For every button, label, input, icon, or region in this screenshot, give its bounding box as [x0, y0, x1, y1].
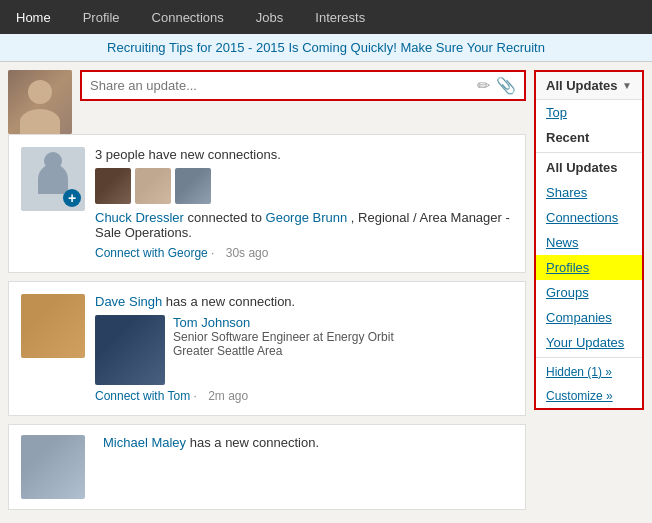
- dropdown-arrow-icon: ▼: [622, 80, 632, 91]
- share-box: ✏ 📎: [80, 70, 526, 101]
- dropdown-header-label: All Updates: [546, 78, 618, 93]
- dave-name-link[interactable]: Dave Singh: [95, 294, 162, 309]
- feed-item-dave: Dave Singh has a new connection. Tom Joh…: [8, 281, 526, 416]
- michael-name-link[interactable]: Michael Maley: [103, 435, 186, 450]
- dave-time: 2m ago: [208, 389, 248, 403]
- dropdown-connections[interactable]: Connections: [536, 205, 642, 230]
- conn-avatar-1[interactable]: [95, 168, 131, 204]
- dropdown-news[interactable]: News: [536, 230, 642, 255]
- banner: Recruiting Tips for 2015 - 2015 Is Comin…: [0, 34, 652, 62]
- connector-text: connected to: [187, 210, 265, 225]
- chuck-update: Chuck Dressler connected to George Brunn…: [95, 210, 513, 240]
- dropdown-header[interactable]: All Updates ▼: [536, 72, 642, 100]
- conn-avatar-2[interactable]: [135, 168, 171, 204]
- user-avatar: [8, 70, 72, 134]
- dropdown-your-updates[interactable]: Your Updates: [536, 330, 642, 355]
- dropdown-all-updates-label: All Updates: [536, 155, 642, 180]
- dropdown-recent: Recent: [536, 125, 642, 150]
- share-section: ✏ 📎: [8, 70, 526, 134]
- main-content: ✏ 📎 + 3 people have new connections.: [0, 62, 652, 523]
- feed: ✏ 📎 + 3 people have new connections.: [8, 70, 526, 518]
- feed-item-connections: + 3 people have new connections. Chuck D…: [8, 134, 526, 273]
- dropdown-companies[interactable]: Companies: [536, 305, 642, 330]
- tom-info: Tom Johnson Senior Software Engineer at …: [173, 315, 394, 385]
- plus-icon: +: [63, 189, 81, 207]
- connections-content: 3 people have new connections. Chuck Dre…: [95, 147, 513, 260]
- dave-header: Dave Singh has a new connection. Tom Joh…: [21, 294, 513, 403]
- share-input[interactable]: [90, 78, 477, 93]
- connect-tom-link[interactable]: Connect with Tom: [95, 389, 190, 403]
- dave-avatar: [21, 294, 85, 358]
- michael-header: Michael Maley has a new connection.: [21, 435, 513, 499]
- ghost-avatar: +: [21, 147, 85, 211]
- dave-dot: ·: [194, 389, 201, 403]
- nav-connections[interactable]: Connections: [136, 0, 240, 34]
- nav-profile[interactable]: Profile: [67, 0, 136, 34]
- tom-location: Greater Seattle Area: [173, 344, 394, 358]
- dropdown-profiles[interactable]: Profiles: [536, 255, 642, 280]
- ghost-icon: [38, 164, 68, 194]
- nav-jobs[interactable]: Jobs: [240, 0, 299, 34]
- pencil-icon[interactable]: ✏: [477, 76, 490, 95]
- connections-avatars: [95, 168, 513, 204]
- chuck-name-link[interactable]: Chuck Dressler: [95, 210, 184, 225]
- clip-icon[interactable]: 📎: [496, 76, 516, 95]
- michael-avatar: [21, 435, 85, 499]
- divider-2: [536, 357, 642, 358]
- chuck-time: 30s ago: [226, 246, 269, 260]
- dropdown-customize[interactable]: Customize »: [536, 384, 642, 408]
- divider-1: [536, 152, 642, 153]
- conn-avatar-3[interactable]: [175, 168, 211, 204]
- dropdown-groups[interactable]: Groups: [536, 280, 642, 305]
- tom-avatar: [95, 315, 165, 385]
- connections-text: 3 people have new connections.: [95, 147, 513, 162]
- michael-status: Michael Maley has a new connection.: [103, 435, 513, 450]
- banner-link[interactable]: Recruiting Tips for 2015 - 2015 Is Comin…: [107, 40, 545, 55]
- dropdown-hidden[interactable]: Hidden (1) »: [536, 360, 642, 384]
- tom-name-link[interactable]: Tom Johnson: [173, 315, 394, 330]
- chuck-meta: Connect with George · 30s ago: [95, 246, 513, 260]
- dropdown-top[interactable]: Top: [536, 100, 642, 125]
- dot-separator: ·: [211, 246, 218, 260]
- dropdown-shares[interactable]: Shares: [536, 180, 642, 205]
- dave-status-label: has a new connection.: [166, 294, 295, 309]
- george-name-link[interactable]: George Brunn: [266, 210, 348, 225]
- tom-title: Senior Software Engineer at Energy Orbit: [173, 330, 394, 344]
- dave-status: Dave Singh has a new connection.: [95, 294, 513, 309]
- nav-home[interactable]: Home: [0, 0, 67, 34]
- updates-dropdown: All Updates ▼ Top Recent All Updates Sha…: [534, 70, 644, 410]
- nav-interests[interactable]: Interests: [299, 0, 381, 34]
- nav-bar: Home Profile Connections Jobs Interests: [0, 0, 652, 34]
- feed-item-michael: Michael Maley has a new connection.: [8, 424, 526, 510]
- dave-content: Dave Singh has a new connection. Tom Joh…: [95, 294, 513, 403]
- michael-content: Michael Maley has a new connection.: [95, 435, 513, 456]
- connect-george-link[interactable]: Connect with George: [95, 246, 208, 260]
- tom-connection: Tom Johnson Senior Software Engineer at …: [95, 315, 513, 385]
- user-avatar-img: [8, 70, 72, 134]
- dave-meta: Connect with Tom · 2m ago: [95, 389, 513, 403]
- feed-item-header: + 3 people have new connections. Chuck D…: [21, 147, 513, 260]
- michael-status-label: has a new connection.: [190, 435, 319, 450]
- share-icons: ✏ 📎: [477, 76, 516, 95]
